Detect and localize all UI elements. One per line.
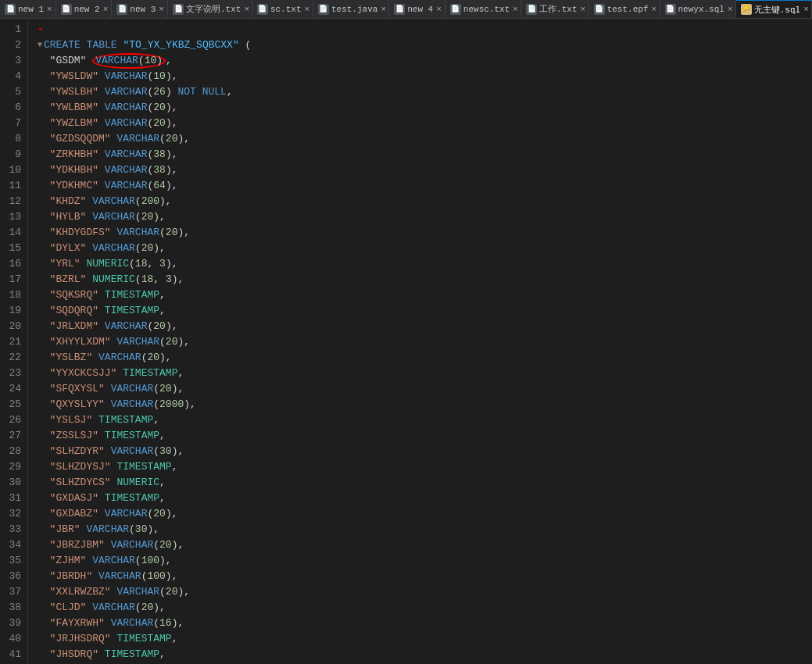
code-line-8: "GZDSQQDM" VARCHAR(20), [38, 131, 812, 147]
ln-37: 37 [3, 584, 21, 600]
kw-varchar-3: VARCHAR [95, 55, 138, 66]
close-tab-testjava[interactable]: × [381, 5, 386, 14]
ln-30: 30 [3, 475, 21, 491]
tab-wuzhukey[interactable]: 🔑 无主键.sql × [736, 0, 812, 19]
tab-new3[interactable]: 📄 new 3 × [112, 0, 168, 19]
code-line-21: "XHYYLXDM" VARCHAR(20), [38, 334, 812, 350]
tab-icon-newsctxt: 📄 [450, 4, 461, 15]
code-line-24: "SFQXYSL" VARCHAR(20), [38, 381, 812, 397]
code-line-5: "YWSLBH" VARCHAR(26) NOT NULL, [38, 84, 812, 100]
tab-testepf[interactable]: 📄 test.epf × [589, 0, 660, 19]
tab-label-new1: new 1 [18, 5, 44, 14]
close-tab-newsctxt[interactable]: × [513, 5, 518, 14]
close-tab-new3[interactable]: × [159, 5, 164, 14]
num-10-3: 10 [145, 55, 157, 66]
kw-create: CREATE [44, 37, 80, 53]
ln-40: 40 [3, 631, 21, 647]
ln-39: 39 [3, 616, 21, 631]
ln-13: 13 [3, 209, 21, 225]
ln-14: 14 [3, 225, 21, 241]
ln-1: 1 [3, 22, 21, 37]
tab-sc[interactable]: 📄 sc.txt × [252, 0, 313, 19]
code-line-18: "SQKSRQ" TIMESTAMP, [38, 287, 812, 303]
tab-gzwork[interactable]: 📄 工作.txt × [521, 0, 589, 19]
tab-new1[interactable]: 📄 new 1 × [0, 0, 56, 19]
tab-label-new3: new 3 [130, 5, 156, 14]
code-line-23: "YYXCKCSJJ" TIMESTAMP, [38, 366, 812, 381]
code-line-29: "SLHZDYSJ" TIMESTAMP, [38, 459, 812, 475]
close-tab-newyxsql[interactable]: × [728, 5, 733, 14]
code-line-11: "YDKHMC" VARCHAR(64), [38, 178, 812, 194]
ln-33: 33 [3, 522, 21, 537]
code-line-7: "YWZLBM" VARCHAR(20), [38, 116, 812, 131]
code-line-30: "SLHZDYCS" NUMERIC, [38, 475, 812, 491]
ln-4: 4 [3, 69, 21, 84]
ln-6: 6 [3, 100, 21, 116]
ln-7: 7 [3, 116, 21, 131]
code-line-33: "JBR" VARCHAR(30), [38, 522, 812, 537]
ln-29: 29 [3, 459, 21, 475]
ln-21: 21 [3, 334, 21, 350]
code-area[interactable]: - ▼CREATE TABLE "TO_YX_YKBZ_SQBCXX" ( "G… [28, 19, 812, 664]
close-tab-testepf[interactable]: × [651, 5, 656, 14]
tab-label-sc: sc.txt [270, 5, 302, 14]
red-minus-indicator: - [38, 22, 44, 37]
tab-icon-wz: 📄 [173, 4, 184, 15]
tab-testjava[interactable]: 📄 test.java × [313, 0, 389, 19]
tab-label-new4: new 4 [407, 5, 433, 14]
tab-icon-testepf: 📄 [594, 4, 605, 15]
tab-icon-gzwork: 📄 [526, 4, 537, 15]
code-line-35: "ZJHM" VARCHAR(100), [38, 553, 812, 569]
close-tab-new2[interactable]: × [103, 5, 109, 14]
tab-new2[interactable]: 📄 new 2 × [56, 0, 113, 19]
line-numbers: 1 2 3 4 5 6 7 8 9 10 11 12 13 14 15 16 1… [0, 19, 28, 664]
code-line-6: "YWLBBM" VARCHAR(20), [38, 100, 812, 116]
ln-18: 18 [3, 287, 21, 303]
kw-table: TABLE [87, 37, 117, 53]
editor: 1 2 3 4 5 6 7 8 9 10 11 12 13 14 15 16 1… [0, 19, 812, 664]
code-line-17: "BZRL" NUMERIC(18, 3), [38, 272, 812, 287]
close-tab-sc[interactable]: × [305, 5, 310, 14]
close-tab-wuzhukey[interactable]: × [803, 5, 809, 14]
ln-41: 41 [3, 647, 21, 662]
code-line-14: "KHDYGDFS" VARCHAR(20), [38, 225, 812, 241]
code-line-27: "ZSSLSJ" TIMESTAMP, [38, 428, 812, 444]
code-line-13: "HYLB" VARCHAR(20), [38, 209, 812, 225]
code-line-15: "DYLX" VARCHAR(20), [38, 241, 812, 256]
ln-15: 15 [3, 241, 21, 256]
tab-icon-testjava: 📄 [318, 4, 329, 15]
code-line-36: "JBRDH" VARCHAR(100), [38, 569, 812, 584]
ln-22: 22 [3, 350, 21, 366]
close-tab-new4[interactable]: × [436, 5, 442, 14]
close-tab-gzwork[interactable]: × [581, 5, 586, 14]
ln-24: 24 [3, 381, 21, 397]
ln-3: 3 [3, 53, 21, 69]
ln-12: 12 [3, 194, 21, 209]
code-line-19: "SQDQRQ" TIMESTAMP, [38, 303, 812, 319]
tab-icon-new1: 📄 [5, 4, 16, 15]
close-tab-new1[interactable]: × [47, 5, 52, 14]
tab-icon-new3: 📄 [116, 4, 127, 15]
code-line-32: "GXDABZ" VARCHAR(20), [38, 506, 812, 522]
ln-26: 26 [3, 412, 21, 428]
code-line-26: "YSLSJ" TIMESTAMP, [38, 412, 812, 428]
ln-27: 27 [3, 428, 21, 444]
ln-19: 19 [3, 303, 21, 319]
tab-label-testjava: test.java [331, 5, 377, 14]
tab-newsctxt[interactable]: 📄 newsc.txt × [445, 0, 521, 19]
tab-icon-wuzhukey: 🔑 [741, 4, 752, 15]
ln-23: 23 [3, 366, 21, 381]
code-line-3: "GSDM" VARCHAR(10), [38, 53, 812, 69]
collapse-triangle-2[interactable]: ▼ [38, 37, 42, 53]
tab-newyxsql[interactable]: 📄 newyx.sql × [660, 0, 736, 19]
tab-icon-sc: 📄 [257, 4, 268, 15]
tab-new4[interactable]: 📄 new 4 × [389, 0, 445, 19]
code-line-22: "YSLBZ" VARCHAR(20), [38, 350, 812, 366]
code-line-12: "KHDZ" VARCHAR(200), [38, 194, 812, 209]
close-tab-wz[interactable]: × [244, 5, 249, 14]
tab-wz[interactable]: 📄 文字说明.txt × [168, 0, 252, 19]
ln-31: 31 [3, 491, 21, 506]
tab-label-testepf: test.epf [607, 5, 649, 14]
ln-11: 11 [3, 178, 21, 194]
tab-label-wz: 文字说明.txt [186, 3, 241, 15]
